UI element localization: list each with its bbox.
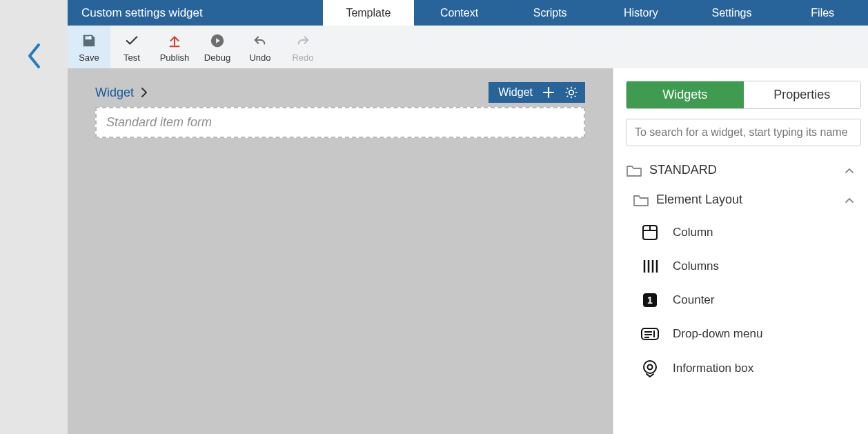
check-icon bbox=[124, 32, 139, 50]
tab-files[interactable]: Files bbox=[777, 0, 868, 26]
column-icon bbox=[640, 224, 660, 241]
group-element-layout[interactable]: Element Layout bbox=[626, 188, 861, 211]
widget-item-label: Counter bbox=[673, 293, 714, 307]
svg-point-18 bbox=[648, 365, 653, 370]
publish-label: Publish bbox=[160, 52, 190, 63]
canvas-area: Widget Widget Standard item form bbox=[68, 68, 613, 434]
undo-button[interactable]: Undo bbox=[239, 26, 282, 68]
widget-item-column[interactable]: Column bbox=[635, 215, 861, 250]
back-button[interactable] bbox=[20, 42, 48, 70]
dropdown-icon bbox=[640, 326, 660, 342]
breadcrumb[interactable]: Widget bbox=[95, 86, 148, 100]
tab-history[interactable]: History bbox=[595, 0, 687, 26]
play-circle-icon bbox=[210, 32, 225, 50]
chevron-right-icon bbox=[141, 88, 148, 97]
undo-label: Undo bbox=[249, 52, 270, 63]
form-placeholder[interactable]: Standard item form bbox=[95, 107, 585, 138]
widget-item-infobox[interactable]: Information box bbox=[635, 351, 861, 386]
widget-item-label: Column bbox=[673, 226, 713, 239]
page-title: Custom settings widget bbox=[68, 0, 323, 26]
add-widget-button[interactable] bbox=[542, 86, 555, 99]
debug-button[interactable]: Debug bbox=[196, 26, 239, 68]
group-standard-label: STANDARD bbox=[649, 163, 717, 177]
counter-icon: 1 bbox=[640, 291, 660, 309]
widget-selector-label: Widget bbox=[498, 86, 533, 99]
save-label: Save bbox=[79, 52, 99, 63]
save-button[interactable]: Save bbox=[68, 26, 110, 68]
test-label: Test bbox=[124, 52, 140, 63]
sidebar-tab-properties[interactable]: Properties bbox=[744, 81, 861, 108]
redo-button[interactable]: Redo bbox=[282, 26, 324, 68]
widget-search-input[interactable] bbox=[626, 119, 861, 146]
redo-icon bbox=[295, 32, 310, 50]
widget-selector: Widget bbox=[489, 82, 585, 103]
save-icon bbox=[81, 32, 97, 50]
sidebar-tab-widgets[interactable]: Widgets bbox=[627, 81, 744, 108]
widget-item-label: Drop-down menu bbox=[673, 327, 762, 341]
tab-context[interactable]: Context bbox=[414, 0, 505, 26]
svg-rect-0 bbox=[89, 36, 91, 39]
debug-label: Debug bbox=[204, 52, 230, 63]
group-layout-label: Element Layout bbox=[656, 193, 742, 207]
publish-button[interactable]: Publish bbox=[153, 26, 196, 68]
tab-settings[interactable]: Settings bbox=[687, 0, 778, 26]
sidebar: Widgets Properties STANDARD bbox=[613, 68, 868, 434]
chevron-up-icon bbox=[845, 197, 854, 204]
svg-point-17 bbox=[644, 361, 656, 373]
widget-item-columns[interactable]: Columns bbox=[635, 250, 861, 283]
tab-scripts[interactable]: Scripts bbox=[504, 0, 595, 26]
tab-template[interactable]: Template bbox=[323, 0, 414, 26]
gear-icon bbox=[564, 86, 578, 99]
toolbar: Save Test Publish Debug bbox=[68, 26, 868, 68]
breadcrumb-root[interactable]: Widget bbox=[95, 86, 134, 100]
columns-icon bbox=[640, 258, 660, 275]
info-badge-icon bbox=[640, 359, 660, 378]
upload-icon bbox=[167, 32, 182, 50]
chevron-left-icon bbox=[26, 43, 41, 69]
plus-icon bbox=[542, 86, 555, 99]
test-button[interactable]: Test bbox=[110, 26, 153, 68]
redo-label: Redo bbox=[292, 52, 313, 63]
undo-icon bbox=[253, 32, 268, 50]
widget-item-counter[interactable]: 1 Counter bbox=[635, 283, 861, 317]
topbar-left-spacer bbox=[0, 0, 68, 26]
folder-icon bbox=[633, 193, 649, 207]
group-standard[interactable]: STANDARD bbox=[626, 159, 861, 181]
svg-text:1: 1 bbox=[647, 295, 653, 306]
widget-item-label: Columns bbox=[673, 259, 719, 273]
widget-item-label: Information box bbox=[673, 362, 753, 375]
chevron-up-icon bbox=[845, 167, 854, 174]
widget-item-dropdown[interactable]: Drop-down menu bbox=[635, 317, 861, 351]
folder-icon bbox=[626, 164, 642, 177]
widget-settings-button[interactable] bbox=[564, 86, 578, 99]
top-tabs: Template Context Scripts History Setting… bbox=[323, 0, 868, 26]
